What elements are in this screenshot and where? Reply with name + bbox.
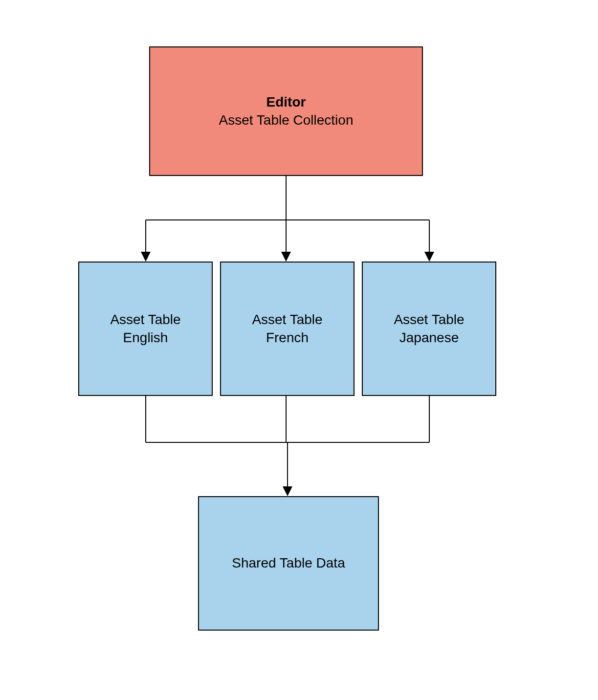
node-shared-label: Shared Table Data (232, 554, 345, 572)
node-asset-table-english: Asset Table English (78, 262, 213, 396)
node-shared-table-data: Shared Table Data (198, 496, 379, 631)
svg-marker-5 (281, 252, 291, 262)
diagram: Editor Asset Table Collection Asset Tabl… (0, 0, 598, 700)
node-child2-line1: Asset Table (394, 311, 464, 328)
node-root-title: Editor (266, 93, 306, 111)
node-asset-table-french: Asset Table French (220, 262, 354, 396)
node-child1-line1: Asset Table (252, 311, 322, 328)
node-root-subtitle: Asset Table Collection (219, 111, 354, 129)
svg-marker-7 (424, 252, 434, 262)
node-child0-line1: Asset Table (110, 311, 180, 328)
node-child0-line2: English (123, 329, 168, 347)
node-asset-table-japanese: Asset Table Japanese (362, 262, 496, 396)
node-editor-root: Editor Asset Table Collection (149, 46, 423, 176)
svg-marker-3 (141, 252, 151, 262)
svg-marker-13 (283, 486, 292, 496)
node-child2-line2: Japanese (399, 329, 459, 347)
node-child1-line2: French (266, 329, 309, 347)
